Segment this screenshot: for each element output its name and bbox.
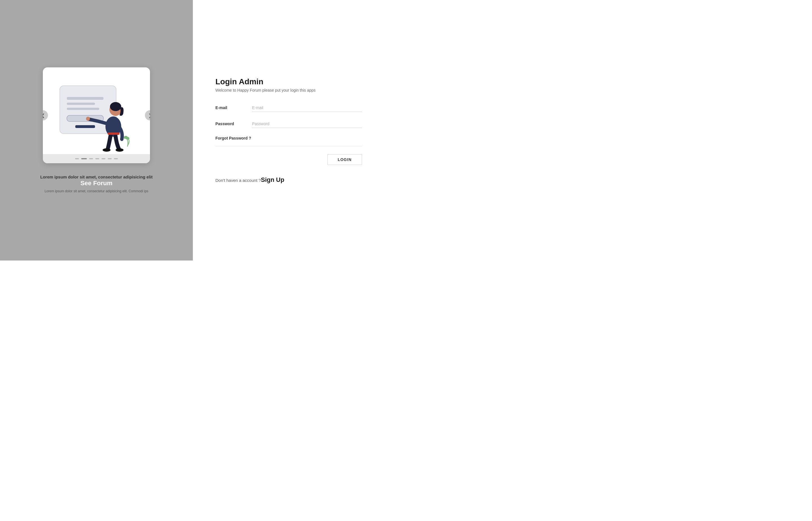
signup-row: Don't haven a account ?Sign Up (216, 176, 362, 183)
svg-point-9 (103, 148, 111, 152)
svg-point-8 (110, 102, 121, 111)
caption-highlight-text: See Forum (81, 180, 112, 187)
illustration-wrapper (43, 67, 150, 163)
right-panel: Login Admin Welcome to Happy Forum pleas… (193, 0, 406, 260)
carousel-dot-1[interactable] (75, 158, 79, 159)
caption-main: Lorem ipsum dolor sit amet, consectetur … (37, 175, 156, 187)
carousel-dots (43, 154, 150, 163)
password-input[interactable] (252, 120, 362, 128)
login-title: Login Admin (216, 77, 263, 86)
forgot-password-label[interactable]: Forgot Password ? (216, 136, 252, 140)
email-label: E-mail (216, 106, 252, 110)
carousel-dot-4[interactable] (95, 158, 99, 159)
carousel-dot-7[interactable] (114, 158, 118, 159)
signup-prompt-text: Don't haven a account ? (216, 178, 261, 183)
caption-area: Lorem ipsum dolor sit amet, consectetur … (37, 175, 156, 193)
carousel-card: ❮ (43, 67, 150, 163)
svg-rect-3 (67, 108, 99, 110)
login-subtitle: Welcome to Happy Forum please put your l… (216, 88, 315, 92)
caption-sub-text: Lorem ipsum dolor sit amet, consectetur … (37, 189, 156, 193)
carousel-dot-5[interactable] (102, 158, 106, 159)
svg-rect-2 (67, 103, 95, 105)
illustration-svg (51, 77, 141, 153)
signup-link[interactable]: Sign Up (261, 176, 284, 183)
svg-point-12 (86, 117, 90, 121)
email-input[interactable] (252, 104, 362, 112)
login-button-row: LOGIN (216, 154, 362, 165)
svg-rect-1 (67, 97, 104, 100)
left-panel: ❮ (0, 0, 193, 260)
login-button[interactable]: LOGIN (328, 154, 362, 165)
carousel-dot-6[interactable] (108, 158, 112, 159)
carousel-dot-2[interactable] (81, 158, 87, 159)
svg-point-10 (116, 148, 123, 152)
svg-rect-5 (75, 125, 95, 128)
carousel-dot-3[interactable] (89, 158, 93, 159)
caption-main-text: Lorem ipsum dolor sit amet, consectetur … (40, 175, 153, 179)
email-row: E-mail (216, 104, 362, 112)
forgot-password-row: Forgot Password ? (216, 136, 362, 140)
password-label: Password (216, 121, 252, 126)
svg-rect-11 (108, 133, 119, 135)
login-form: E-mail Password Forgot Password ? LOGIN … (216, 104, 362, 183)
password-row: Password (216, 120, 362, 128)
